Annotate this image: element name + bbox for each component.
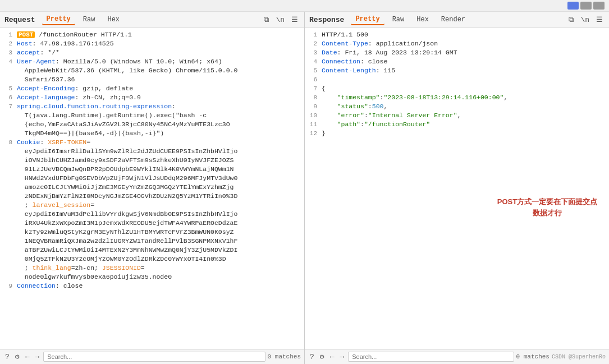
tab-request-pretty[interactable]: Pretty	[42, 14, 75, 25]
request-back-icon[interactable]: ←	[24, 352, 31, 362]
response-title: Response	[309, 16, 344, 24]
response-line-10: 10 "error":"Internal Server Error",	[305, 111, 609, 120]
response-line-2: 2 Content-Type: application/json	[305, 39, 609, 48]
response-gear-icon[interactable]: ⚙	[318, 352, 326, 362]
response-search-input[interactable]	[348, 352, 514, 362]
bottom-bar: ? ⚙ ← → 0 matches ? ⚙ ← → 0 matches CSDN…	[0, 349, 609, 364]
response-content: 1 HTTP/1.1 500 2 Content-Type: applicati…	[305, 28, 609, 349]
request-line-8: 8 Cookie: XSRF-TOKEN= eyJpdiI6ImsrRllDal…	[0, 138, 304, 282]
dots-view-icon[interactable]	[593, 2, 605, 10]
footer-credit: CSDN @SuperhenRo	[552, 354, 606, 360]
request-content: 1 POST /functionRouter HTTP/1.1 2 Host: …	[0, 28, 304, 349]
response-match-count: 0 matches	[516, 353, 550, 360]
response-header: Response Pretty Raw Hex Render ⧉ \n ☰	[305, 12, 609, 28]
response-menu-icon[interactable]: ☰	[594, 14, 605, 25]
request-header: Request Pretty Raw Hex ⧉ \n ☰	[0, 12, 304, 28]
request-search-input[interactable]	[43, 352, 265, 362]
response-line-6: 6	[305, 75, 609, 84]
request-line-4: 4 User-Agent: Mozilla/5.0 (Windows NT 10…	[0, 57, 304, 84]
grid-view-icon[interactable]	[567, 2, 579, 10]
annotation-text: POST方式一定要在下面提交点数据才行	[494, 196, 601, 218]
newline-icon[interactable]: \n	[274, 15, 286, 25]
request-title: Request	[4, 16, 35, 24]
response-back-icon[interactable]: ←	[328, 352, 336, 362]
response-line-9: 9 "status":500,	[305, 102, 609, 111]
tab-request-raw[interactable]: Raw	[79, 15, 100, 25]
request-line-2: 2 Host: 47.98.193.176:14525	[0, 39, 304, 48]
request-line-1: 1 POST /functionRouter HTTP/1.1	[0, 30, 304, 39]
request-match-count: 0 matches	[268, 353, 301, 360]
response-line-12: 12 }	[305, 129, 609, 138]
request-forward-icon[interactable]: →	[33, 352, 41, 362]
response-line-3: 3 Date: Fri, 18 Aug 2023 13:29:14 GMT	[305, 48, 609, 57]
copy-icon[interactable]: ⧉	[262, 15, 271, 25]
response-line-1: 1 HTTP/1.1 500	[305, 30, 609, 39]
request-line-5: 5 Accept-Encoding: gzip, deflate	[0, 84, 304, 93]
response-copy-icon[interactable]: ⧉	[567, 15, 575, 25]
response-newline-icon[interactable]: \n	[579, 15, 591, 25]
request-gear-icon[interactable]: ⚙	[13, 352, 21, 362]
response-line-11: 11 "path":"/functionRouter"	[305, 120, 609, 129]
tab-response-raw[interactable]: Raw	[388, 15, 409, 25]
tab-response-render[interactable]: Render	[437, 15, 470, 25]
response-forward-icon[interactable]: →	[338, 352, 346, 362]
main-panels: Request Pretty Raw Hex ⧉ \n ☰ 1 POST /fu…	[0, 12, 609, 349]
response-line-5: 5 Content-Length: 115	[305, 66, 609, 75]
request-line-9: 9 Connection: close	[0, 282, 304, 291]
http-method-badge: POST	[17, 31, 35, 38]
tab-response-pretty[interactable]: Pretty	[351, 14, 384, 25]
request-line-6: 6 Accept-language: zh-CN, zh;q=0.9	[0, 93, 304, 102]
request-line-3: 3 accept: */*	[0, 48, 304, 57]
tab-response-hex[interactable]: Hex	[412, 15, 433, 25]
list-view-icon[interactable]	[580, 2, 592, 10]
response-help-icon[interactable]: ?	[308, 352, 316, 362]
response-line-8: 8 "timestamp":"2023-08-18T13:29:14.116+0…	[305, 93, 609, 102]
top-toolbar	[0, 0, 609, 12]
request-panel: Request Pretty Raw Hex ⧉ \n ☰ 1 POST /fu…	[0, 12, 305, 349]
response-line-7: 7 {	[305, 84, 609, 93]
response-line-4: 4 Connection: close	[305, 57, 609, 66]
menu-icon[interactable]: ☰	[290, 14, 300, 25]
request-line-7: 7 spring.cloud.function.routing-expressi…	[0, 102, 304, 138]
tab-request-hex[interactable]: Hex	[103, 15, 124, 25]
request-bottom: ? ⚙ ← → 0 matches	[0, 349, 305, 364]
response-bottom: ? ⚙ ← → 0 matches CSDN @SuperhenRo	[305, 349, 609, 364]
response-panel: Response Pretty Raw Hex Render ⧉ \n ☰ 1 …	[305, 12, 609, 349]
request-help-icon[interactable]: ?	[3, 352, 11, 362]
